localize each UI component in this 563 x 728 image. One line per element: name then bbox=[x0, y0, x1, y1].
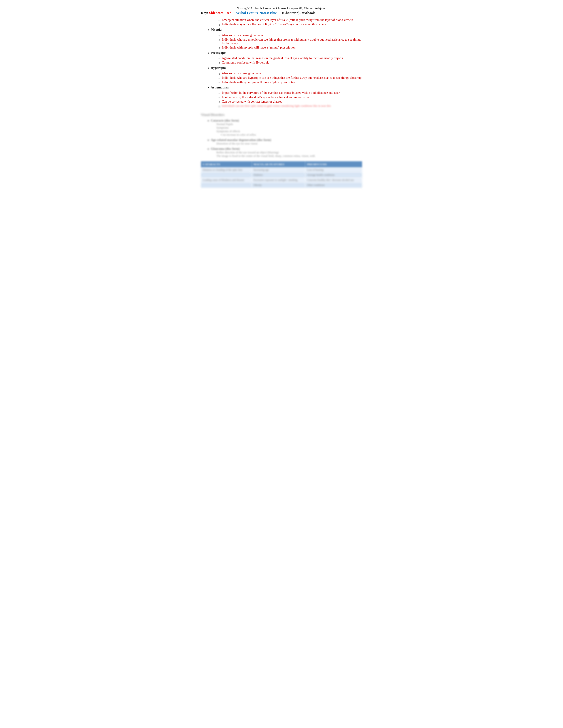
redacted-text: Individuals can use their optic sense to… bbox=[222, 104, 331, 108]
list-item-presbyopia: • Presbyopia o Age-related condition tha… bbox=[201, 51, 362, 65]
sub-text: Individuals who are myopic can see thing… bbox=[222, 38, 362, 45]
sub-item: o Age-related condition that results in … bbox=[218, 56, 362, 60]
sub-item: o Individuals with hyperopia will have a… bbox=[218, 80, 362, 84]
table-cell: Average health conditions bbox=[305, 173, 362, 178]
table-row: Leading cause of blindness and disease E… bbox=[201, 178, 362, 183]
circle-icon: o bbox=[218, 34, 220, 37]
table-cell: Excessive exposure to sunlight / smoking bbox=[252, 178, 305, 183]
astigmatism-sub-list: o Imperfection in the curvature of the e… bbox=[201, 91, 362, 108]
blurred-comparison-table: CATARACTS MACULAR FEATURES PRESBYCUSIS D… bbox=[201, 161, 362, 188]
sub-item: o Also known as far-sightedness bbox=[218, 71, 362, 75]
hyperopia-sub-list: o Also known as far-sightedness o Indivi… bbox=[201, 71, 362, 84]
sub-item: o Can be corrected with contact lenses o… bbox=[218, 100, 362, 104]
table-cell: Leading cause of blindness and disease bbox=[201, 178, 252, 183]
sub-item: o Individuals who are hyperopic can see … bbox=[218, 76, 362, 80]
sub-item: o Commonly confused with Hyperopia bbox=[218, 61, 362, 65]
sub-text: Individuals who are hyperopic can see th… bbox=[222, 76, 362, 80]
main-list: o Emergent situation where the critical … bbox=[201, 18, 362, 108]
sub-item: o Imperfection in the curvature of the e… bbox=[218, 91, 362, 95]
sub-text: Also known as far-sightedness bbox=[222, 71, 261, 75]
table-cell: Increasing age bbox=[252, 167, 305, 173]
sub-text: Individuals with hyperopia will have a “… bbox=[222, 80, 296, 84]
header-course: Nursing 503: Health Assessment Across Li… bbox=[201, 7, 362, 10]
table-row: Obesity Other conditions bbox=[201, 183, 362, 188]
list-item-hyperopia: • Hyperopia o Also known as far-sightedn… bbox=[201, 66, 362, 84]
table-row: Diabetes Average health conditions bbox=[201, 173, 362, 178]
table-row: Dimness or clouding of the optic lens In… bbox=[201, 167, 362, 173]
blurred-header: Visual Disorders bbox=[201, 113, 362, 117]
table-cell bbox=[201, 173, 252, 178]
sub-text: Commonly confused with Hyperopia bbox=[222, 61, 269, 64]
table-cell: Other conditions bbox=[305, 183, 362, 188]
sub-text: Can be corrected with contact lenses or … bbox=[222, 100, 282, 103]
blurred-amd: oAge-related macular degeneration (disc … bbox=[207, 138, 362, 145]
sub-item: o Also known as near-sightedness bbox=[218, 33, 362, 37]
bullet-dot: • bbox=[207, 86, 209, 90]
sub-text: Imperfection in the curvature of the eye… bbox=[222, 91, 340, 95]
circle-icon: o bbox=[218, 38, 220, 42]
circle-icon: o bbox=[218, 76, 220, 80]
sub-item-redacted: o Individuals can use their optic sense … bbox=[218, 104, 362, 108]
bullet-dot: • bbox=[207, 28, 209, 33]
bullet-dot: • bbox=[207, 66, 209, 71]
table-cell: Loss of hearing bbox=[305, 167, 362, 173]
blurred-cataracts: oCataracts (disc form) Normal Pupils Sym… bbox=[207, 119, 362, 137]
sub-text: Age-related condition that results in th… bbox=[222, 56, 343, 60]
list-item-myopia: • Myopia o Also known as near-sightednes… bbox=[201, 28, 362, 50]
bullet-label: Hyperopia bbox=[211, 66, 226, 70]
table-cell: Diabetes bbox=[252, 173, 305, 178]
list-item-retinal: o Emergent situation where the critical … bbox=[201, 18, 362, 26]
blurred-glaucoma: oGlaucoma (disc form) Reflex direction o… bbox=[207, 147, 362, 158]
bullet-label: Presbyopia bbox=[211, 51, 226, 55]
sub-item: o Individuals who are myopic can see thi… bbox=[218, 38, 362, 45]
sub-item: o Individuals with myopia will have a “m… bbox=[218, 46, 362, 50]
circle-icon: o bbox=[218, 81, 220, 84]
table-cell: Dimness or clouding of the optic lens bbox=[201, 167, 252, 173]
retinal-sub-list: o Emergent situation where the critical … bbox=[201, 18, 362, 26]
table-cell: Concerns healthy diet / decrease alcohol… bbox=[305, 178, 362, 183]
bullet-label: Myopia bbox=[211, 28, 221, 32]
presbyopia-sub-list: o Age-related condition that results in … bbox=[201, 56, 362, 65]
circle-icon: o bbox=[218, 72, 220, 75]
circle-icon: o bbox=[218, 46, 220, 50]
sub-text: In other words, the individual’s eye is … bbox=[222, 95, 310, 99]
circle-icon: o bbox=[218, 105, 220, 108]
circle-icon: o bbox=[218, 100, 220, 104]
chapter-label: (Chapter #)- textbook bbox=[282, 11, 315, 15]
table-header-presbycusis: PRESBYCUSIS bbox=[305, 161, 362, 167]
blurred-section: Visual Disorders oCataracts (disc form) … bbox=[201, 113, 362, 188]
table-cell bbox=[201, 183, 252, 188]
circle-icon: o bbox=[218, 96, 220, 99]
sub-item: o Emergent situation where the critical … bbox=[218, 18, 362, 22]
key-label: Key: bbox=[201, 11, 208, 15]
sub-text: Also known as near-sightedness bbox=[222, 33, 263, 37]
sidenotes-label: Sidenotes: Red bbox=[209, 11, 231, 15]
sub-text: Emergent situation where the critical la… bbox=[222, 18, 353, 22]
circle-icon: o bbox=[218, 23, 220, 26]
table-header-macular: MACULAR FEATURES bbox=[252, 161, 305, 167]
circle-icon: o bbox=[218, 19, 220, 22]
sub-text: Individuals may notice flashes of light … bbox=[222, 23, 326, 26]
verbal-label: Verbal Lecture Notes: Blue bbox=[236, 11, 276, 15]
bullet-label: Astigmatism bbox=[211, 86, 228, 89]
myopia-sub-list: o Also known as near-sightedness o Indiv… bbox=[201, 33, 362, 50]
key-line: Key: Sidenotes: Red Verbal Lecture Notes… bbox=[201, 11, 362, 15]
sub-text: Individuals with myopia will have a “min… bbox=[222, 46, 296, 49]
circle-icon: o bbox=[218, 91, 220, 95]
table-cell: Obesity bbox=[252, 183, 305, 188]
bullet-dot: • bbox=[207, 51, 209, 56]
list-item-astigmatism: • Astigmatism o Imperfection in the curv… bbox=[201, 86, 362, 108]
sub-item: o In other words, the individual’s eye i… bbox=[218, 95, 362, 99]
sub-item: o Individuals may notice flashes of ligh… bbox=[218, 23, 362, 26]
circle-icon: o bbox=[218, 57, 220, 60]
circle-icon: o bbox=[218, 61, 220, 65]
table-header-cataracts: CATARACTS bbox=[201, 161, 252, 167]
